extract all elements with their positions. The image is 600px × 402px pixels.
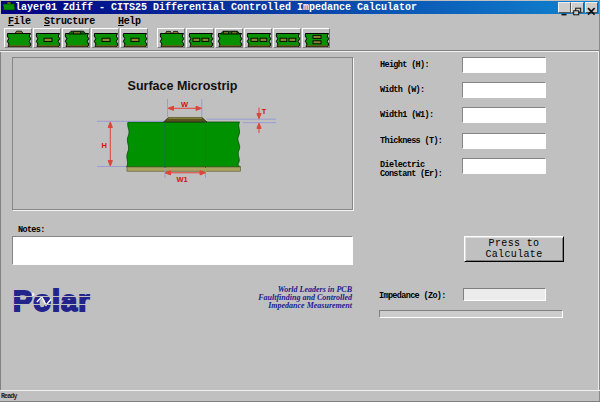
- svg-text:W1: W1: [177, 175, 188, 184]
- svg-text:W: W: [181, 100, 189, 109]
- svg-text:H: H: [102, 141, 107, 150]
- svg-text:T: T: [262, 107, 267, 116]
